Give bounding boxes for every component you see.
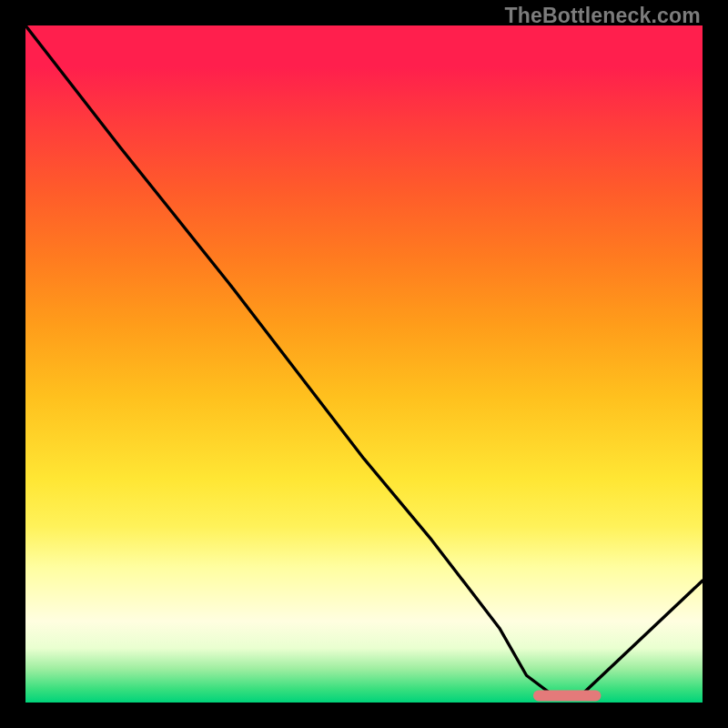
chart-frame: TheBottleneck.com	[0, 0, 728, 728]
plot-area	[25, 25, 703, 703]
watermark-label: TheBottleneck.com	[504, 4, 701, 28]
svg-rect-0	[533, 691, 601, 702]
optimal-range-marker	[25, 25, 703, 703]
